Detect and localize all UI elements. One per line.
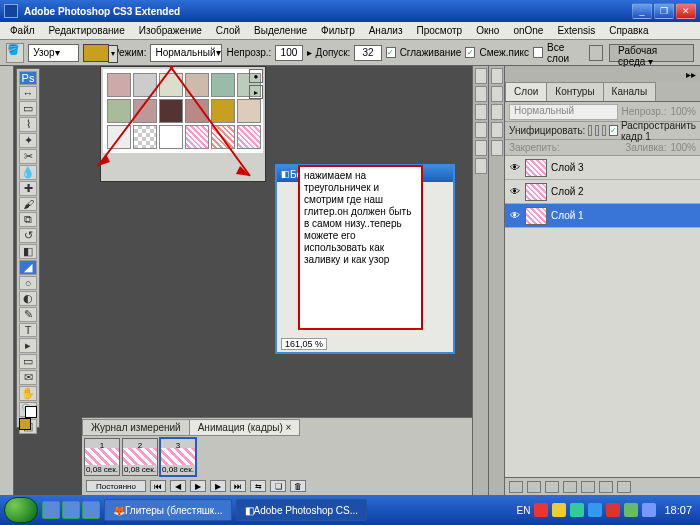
- dock-icon[interactable]: [475, 122, 487, 138]
- last-frame-button[interactable]: ⏭: [230, 480, 246, 492]
- contiguous-checkbox[interactable]: [465, 47, 475, 58]
- dock-icon[interactable]: [491, 68, 503, 84]
- pattern-swatch[interactable]: [83, 44, 108, 62]
- blend-mode-dropdown[interactable]: Нормальный ▾: [150, 44, 222, 62]
- language-indicator[interactable]: EN: [517, 505, 531, 516]
- anim-frame-1[interactable]: 10,08 сек.: [84, 438, 120, 476]
- layer-thumb[interactable]: [525, 183, 547, 201]
- blur-tool[interactable]: ○: [19, 276, 37, 290]
- dock-icon[interactable]: [475, 158, 487, 174]
- anim-frame-2[interactable]: 20,08 сек.: [122, 438, 158, 476]
- menu-window[interactable]: Окно: [470, 23, 505, 38]
- new-layer-icon[interactable]: [599, 481, 613, 493]
- layer-row[interactable]: 👁Слой 3: [505, 156, 700, 180]
- taskbar-item[interactable]: ◧ Adobe Photoshop CS...: [236, 499, 368, 521]
- unify-position-icon[interactable]: [588, 125, 592, 136]
- tab-channels[interactable]: Каналы: [603, 82, 657, 101]
- menu-view[interactable]: Просмотр: [410, 23, 468, 38]
- quicklaunch-icon[interactable]: [62, 501, 80, 519]
- anim-frame-3[interactable]: 30,08 сек.: [160, 438, 196, 476]
- layer-group-icon[interactable]: [581, 481, 595, 493]
- pen-tool[interactable]: ✎: [19, 307, 37, 322]
- layer-mask-icon[interactable]: [545, 481, 559, 493]
- delete-frame-button[interactable]: 🗑: [290, 480, 306, 492]
- layer-opacity[interactable]: 100%: [670, 106, 696, 117]
- menu-layer[interactable]: Слой: [210, 23, 246, 38]
- quicklaunch-icon[interactable]: [42, 501, 60, 519]
- tray-icon[interactable]: [570, 503, 584, 517]
- taskbar-item[interactable]: 🦊 Глитеры (блестяшк...: [104, 499, 232, 521]
- path-select-tool[interactable]: ▸: [19, 338, 37, 353]
- stamp-tool[interactable]: ⧉: [19, 212, 37, 227]
- collapse-icon[interactable]: ▸▸: [686, 69, 696, 80]
- tab-paths[interactable]: Контуры: [546, 82, 603, 101]
- visibility-icon[interactable]: 👁: [509, 186, 521, 197]
- maximize-button[interactable]: ❐: [654, 3, 674, 19]
- all-layers-checkbox[interactable]: [533, 47, 543, 58]
- dock-icon[interactable]: [475, 140, 487, 156]
- tab-layers[interactable]: Слои: [505, 82, 547, 101]
- notes-tool[interactable]: ✉: [19, 370, 37, 385]
- tween-button[interactable]: ⇆: [250, 480, 266, 492]
- dock-icon[interactable]: [491, 122, 503, 138]
- bucket-tool-icon[interactable]: 🪣: [6, 43, 24, 63]
- shape-tool[interactable]: ▭: [19, 354, 37, 369]
- dock-icon[interactable]: [491, 140, 503, 156]
- layer-thumb[interactable]: [525, 207, 547, 225]
- blend-mode-select[interactable]: Нормальный: [509, 104, 618, 120]
- dock-icon[interactable]: [491, 104, 503, 120]
- prev-frame-button[interactable]: ◀: [170, 480, 186, 492]
- tolerance-input[interactable]: 32: [354, 45, 381, 61]
- layer-row[interactable]: 👁Слой 2: [505, 180, 700, 204]
- antialias-checkbox[interactable]: [386, 47, 396, 58]
- move-tool[interactable]: ↔: [19, 86, 37, 100]
- unify-visibility-icon[interactable]: [595, 125, 599, 136]
- tray-icon[interactable]: [642, 503, 656, 517]
- bucket-tool[interactable]: ◢: [19, 260, 37, 275]
- link-layers-icon[interactable]: [509, 481, 523, 493]
- loop-dropdown[interactable]: Постоянно: [86, 480, 146, 492]
- dock-icon[interactable]: [475, 86, 487, 102]
- visibility-icon[interactable]: 👁: [509, 162, 521, 173]
- dodge-tool[interactable]: ◐: [19, 291, 37, 306]
- menu-edit[interactable]: Редактирование: [43, 23, 131, 38]
- marquee-tool[interactable]: ▭: [19, 101, 37, 116]
- first-frame-button[interactable]: ⏮: [150, 480, 166, 492]
- dock-icon[interactable]: [475, 104, 487, 120]
- zoom-level[interactable]: 161,05 %: [281, 338, 327, 350]
- tray-icon[interactable]: [624, 503, 638, 517]
- adjustment-layer-icon[interactable]: [563, 481, 577, 493]
- minimize-button[interactable]: _: [632, 3, 652, 19]
- workspace-button[interactable]: Рабочая среда ▾: [609, 44, 694, 62]
- propagate-checkbox[interactable]: [609, 125, 618, 136]
- eraser-tool[interactable]: ◧: [19, 244, 37, 259]
- visibility-icon[interactable]: 👁: [509, 210, 521, 221]
- hand-tool[interactable]: ✋: [19, 386, 37, 401]
- quicklaunch-icon[interactable]: [82, 501, 100, 519]
- fill-type-dropdown[interactable]: Узор ▾: [28, 44, 79, 62]
- eyedropper-tool[interactable]: 💧: [19, 165, 37, 180]
- wand-tool[interactable]: ✦: [19, 133, 37, 148]
- dock-icon[interactable]: [491, 86, 503, 102]
- play-button[interactable]: ▶: [190, 480, 206, 492]
- menu-help[interactable]: Справка: [603, 23, 654, 38]
- menu-extensis[interactable]: Extensis: [551, 23, 601, 38]
- healing-tool[interactable]: ✚: [19, 181, 37, 196]
- dock-icon[interactable]: [475, 68, 487, 84]
- tab-animation[interactable]: Анимация (кадры) ×: [189, 419, 301, 436]
- tray-icon[interactable]: [588, 503, 602, 517]
- layer-fx-icon[interactable]: [527, 481, 541, 493]
- menu-onone[interactable]: onOne: [507, 23, 549, 38]
- lasso-tool[interactable]: ⌇: [19, 117, 37, 132]
- type-tool[interactable]: T: [19, 323, 37, 337]
- tray-icon[interactable]: [552, 503, 566, 517]
- menu-image[interactable]: Изображение: [133, 23, 208, 38]
- next-frame-button[interactable]: ▶: [210, 480, 226, 492]
- ps-badge-icon[interactable]: Ps: [19, 71, 37, 85]
- layer-row[interactable]: 👁Слой 1: [505, 204, 700, 228]
- menu-filter[interactable]: Фильтр: [315, 23, 361, 38]
- menu-file[interactable]: Файл: [4, 23, 41, 38]
- tab-measurement-log[interactable]: Журнал измерений: [82, 419, 190, 436]
- opacity-input[interactable]: 100: [275, 45, 302, 61]
- new-frame-button[interactable]: ❏: [270, 480, 286, 492]
